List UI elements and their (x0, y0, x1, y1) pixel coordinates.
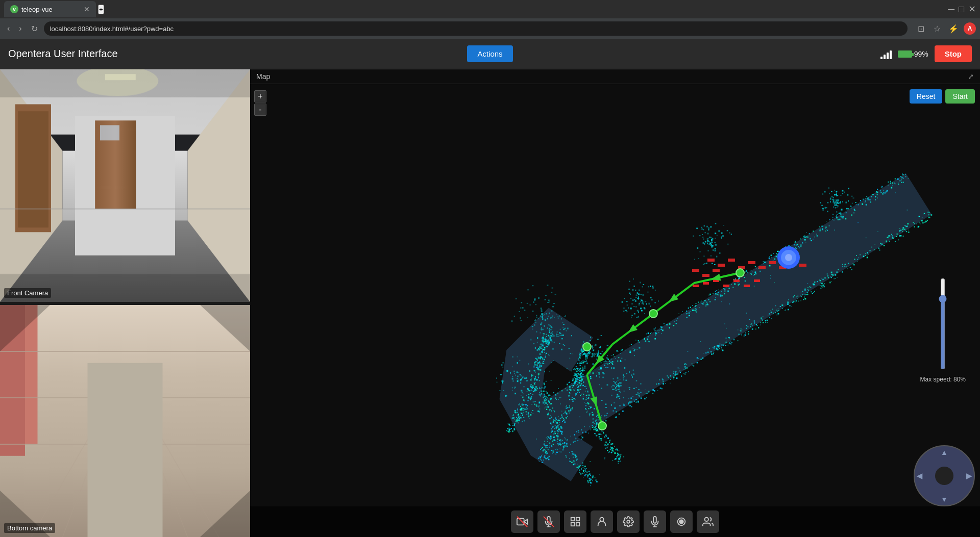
svg-rect-8 (571, 523, 574, 526)
camera-panel: Front Camera Bottom camera (0, 69, 250, 537)
speed-control: Max speed: 80% (920, 278, 966, 383)
main-content: Front Camera Bottom camera Map ⤢ + - Res… (0, 69, 980, 537)
bookmark-icon: ☆ (931, 22, 943, 35)
app-header: Opentera User Interface Actions 99% Stop (0, 39, 980, 69)
bottom-camera-canvas (0, 305, 250, 538)
new-tab-button[interactable]: + (98, 5, 104, 14)
address-bar[interactable] (44, 21, 908, 36)
tab-label: teleop-vue (21, 6, 53, 13)
map-zoom-controls: + - (254, 90, 266, 116)
minimize-button[interactable]: ─ (948, 4, 954, 15)
max-speed-label: Max speed: 80% (920, 376, 966, 383)
toolbar-users-button[interactable] (697, 510, 719, 533)
front-camera-label: Front Camera (4, 288, 51, 298)
joystick-container: ▲ ▼ ◀ ▶ (914, 445, 975, 506)
nav-icons: ⊡ ☆ ⚡ A (915, 22, 976, 35)
map-content: + - Reset Start Max speed: 80% ▲ ▼ ◀ (250, 84, 980, 537)
zoom-out-button[interactable]: - (254, 104, 266, 116)
tab-favicon: v (10, 5, 18, 13)
browser-chrome: v teleop-vue ✕ + ─ □ ✕ ‹ › ↻ ⊡ ☆ ⚡ A (0, 0, 980, 39)
bottom-toolbar (250, 506, 980, 537)
joystick-up-arrow: ▲ (941, 448, 948, 456)
joystick-right-arrow: ▶ (966, 472, 972, 480)
cast-icon: ⊡ (915, 22, 927, 35)
map-actions: Reset Start (910, 89, 975, 104)
toolbar-mic2-button[interactable] (644, 510, 666, 533)
header-right: 99% Stop (651, 45, 972, 62)
toolbar-record-button[interactable] (670, 510, 693, 533)
front-camera-scene (0, 69, 250, 302)
svg-point-9 (600, 518, 603, 521)
window-close-button[interactable]: ✕ (968, 4, 976, 15)
tab-close-icon[interactable]: ✕ (84, 5, 90, 13)
toolbar-person-button[interactable] (591, 510, 613, 533)
back-button[interactable]: ‹ (4, 22, 13, 35)
map-title: Map (256, 72, 968, 81)
svg-rect-6 (576, 518, 579, 521)
front-camera-feed: Front Camera (0, 69, 250, 302)
svg-point-10 (627, 520, 630, 523)
browser-tab-bar: v teleop-vue ✕ + ─ □ ✕ (0, 0, 980, 18)
svg-point-14 (679, 520, 683, 523)
reload-button[interactable]: ↻ (28, 22, 41, 36)
expand-icon[interactable]: ⤢ (968, 72, 974, 81)
battery-percentage: 99% (914, 50, 928, 58)
restore-button[interactable]: □ (959, 4, 964, 15)
battery-indicator: 99% (898, 50, 928, 58)
svg-rect-5 (571, 518, 574, 521)
toolbar-settings-button[interactable] (617, 510, 640, 533)
browser-nav-bar: ‹ › ↻ ⊡ ☆ ⚡ A (0, 18, 980, 39)
bottom-camera-feed: Bottom camera (0, 305, 250, 538)
svg-point-15 (705, 518, 708, 521)
map-canvas (250, 84, 980, 537)
joystick-center (935, 467, 953, 485)
joystick[interactable]: ▲ ▼ ◀ ▶ (914, 445, 975, 506)
zoom-in-button[interactable]: + (254, 90, 266, 103)
header-center: Actions (329, 45, 650, 62)
start-button[interactable]: Start (945, 89, 975, 104)
toolbar-layout-button[interactable] (564, 510, 586, 533)
extensions-icon: ⚡ (947, 22, 960, 35)
bottom-camera-label: Bottom camera (4, 523, 55, 533)
svg-rect-7 (576, 523, 579, 526)
joystick-down-arrow: ▼ (941, 495, 948, 503)
front-camera-canvas (0, 69, 250, 302)
toolbar-mic-off-button[interactable] (537, 510, 560, 533)
stop-button[interactable]: Stop (935, 45, 972, 62)
browser-tab[interactable]: v teleop-vue ✕ (4, 1, 96, 17)
forward-button[interactable]: › (16, 22, 24, 35)
profile-icon: A (964, 22, 976, 35)
actions-button[interactable]: Actions (467, 45, 512, 62)
toolbar-camera-off-button[interactable] (511, 510, 533, 533)
speed-slider[interactable] (941, 278, 945, 370)
signal-strength-icon (880, 49, 892, 59)
map-panel: Map ⤢ + - Reset Start Max speed: 80% (250, 69, 980, 537)
joystick-left-arrow: ◀ (917, 472, 922, 480)
reset-button[interactable]: Reset (910, 89, 943, 104)
map-header: Map ⤢ (250, 69, 980, 84)
battery-icon (898, 50, 912, 58)
app-title: Opentera User Interface (8, 48, 329, 60)
